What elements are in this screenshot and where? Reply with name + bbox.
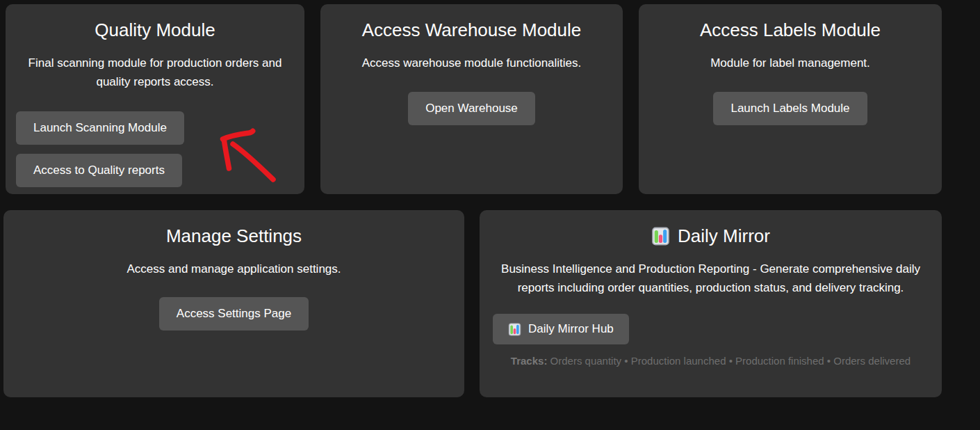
card-description: Access and manage application settings. <box>3 260 464 278</box>
card-description: Final scanning module for production ord… <box>6 54 304 91</box>
card-title: Quality Module <box>6 19 304 41</box>
access-quality-reports-button[interactable]: Access to Quality reports <box>16 154 182 187</box>
button-stack: Launch Scanning Module Access to Quality… <box>16 111 304 187</box>
card-description: Business Intelligence and Production Rep… <box>480 260 942 297</box>
card-manage-settings: Manage Settings Access and manage applic… <box>3 210 464 397</box>
tracks-label: Tracks: <box>511 355 548 367</box>
card-access-warehouse-module: Access Warehouse Module Access warehouse… <box>320 4 623 194</box>
daily-mirror-hub-button[interactable]: Daily Mirror Hub <box>493 314 629 344</box>
card-title: Access Labels Module <box>639 19 942 41</box>
card-title-text: Daily Mirror <box>678 225 770 247</box>
card-access-labels-module: Access Labels Module Module for label ma… <box>639 4 942 194</box>
card-daily-mirror: Daily Mirror Business Intelligence and P… <box>480 210 942 397</box>
launch-scanning-module-button[interactable]: Launch Scanning Module <box>16 111 184 145</box>
tracks-items: Orders quantity • Production launched • … <box>550 355 911 367</box>
card-title: Daily Mirror <box>480 225 942 247</box>
daily-mirror-hub-button-label: Daily Mirror Hub <box>528 322 614 336</box>
open-warehouse-button[interactable]: Open Warehouse <box>408 92 535 125</box>
card-title: Access Warehouse Module <box>320 19 623 41</box>
launch-labels-module-button[interactable]: Launch Labels Module <box>713 92 867 125</box>
card-description: Module for label management. <box>639 54 942 72</box>
card-description: Access warehouse module functionalities. <box>320 54 623 72</box>
card-title: Manage Settings <box>3 225 464 247</box>
access-settings-page-button[interactable]: Access Settings Page <box>159 297 309 331</box>
bar-chart-icon <box>651 227 670 246</box>
tracks-caption: Tracks: Orders quantity • Production lau… <box>480 355 942 367</box>
card-quality-module: Quality Module Final scanning module for… <box>6 4 304 194</box>
bar-chart-icon <box>508 323 521 336</box>
